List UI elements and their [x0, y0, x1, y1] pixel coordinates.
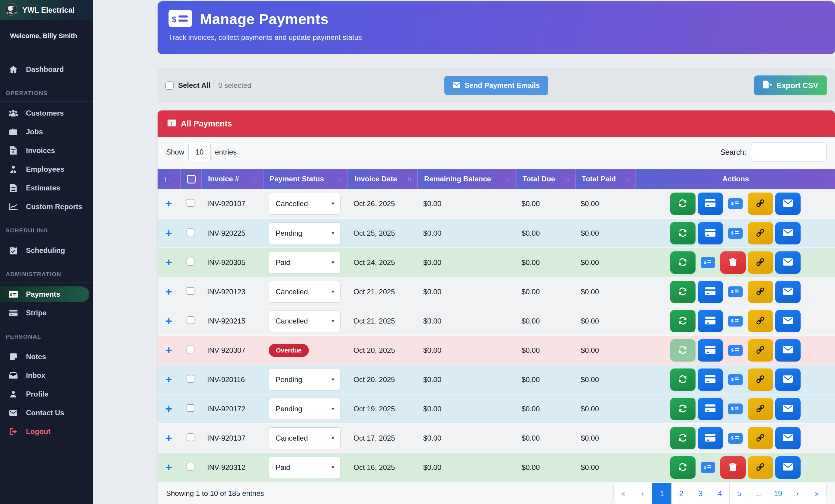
expand-row-button[interactable]: +	[165, 228, 172, 239]
refresh-payment-button[interactable]	[670, 310, 695, 332]
payment-link-button[interactable]	[748, 222, 773, 245]
payment-link-button[interactable]	[748, 251, 773, 274]
refresh-payment-button[interactable]	[670, 281, 695, 303]
expand-row-button[interactable]: +	[165, 433, 172, 444]
charge-card-button[interactable]	[698, 427, 723, 449]
payment-link-button[interactable]	[748, 281, 773, 303]
sort-rows-header[interactable]: ↑↓	[158, 169, 180, 189]
sidebar-item-logout[interactable]: Logout	[0, 424, 93, 439]
sidebar-item-jobs[interactable]: Jobs	[0, 124, 93, 140]
sidebar-item-contact-us[interactable]: Contact Us	[0, 405, 93, 421]
refresh-payment-button[interactable]	[670, 251, 695, 274]
expand-row-button[interactable]: +	[165, 462, 172, 473]
payment-link-button[interactable]	[748, 339, 773, 361]
refresh-payment-button[interactable]	[670, 222, 695, 245]
sidebar-item-customers[interactable]: Customers	[0, 105, 93, 121]
page-button[interactable]: 19	[768, 483, 788, 504]
money-check-mini-button[interactable]: $	[728, 228, 742, 239]
charge-card-button[interactable]	[698, 310, 723, 332]
row-checkbox[interactable]	[187, 316, 195, 324]
last-page-button[interactable]: »	[807, 483, 827, 504]
expand-row-button[interactable]: +	[165, 315, 172, 327]
refresh-payment-button[interactable]	[670, 369, 695, 391]
expand-row-button[interactable]: +	[165, 286, 172, 297]
charge-card-button[interactable]	[698, 192, 723, 215]
select-all-checkbox[interactable]	[165, 82, 174, 90]
sidebar-item-profile[interactable]: Profile	[0, 386, 93, 402]
email-invoice-button[interactable]	[775, 427, 800, 449]
next-page-button[interactable]: ›	[788, 483, 807, 504]
page-button[interactable]: 4	[710, 483, 730, 504]
sidebar-item-stripe[interactable]: Stripe	[0, 305, 93, 321]
sidebar-item-dashboard[interactable]: Dashboard	[0, 62, 93, 77]
refresh-payment-button[interactable]	[670, 427, 695, 449]
search-input[interactable]	[751, 143, 827, 162]
money-check-mini-button[interactable]: $	[728, 403, 742, 414]
row-checkbox[interactable]	[187, 345, 195, 353]
email-invoice-button[interactable]	[775, 456, 800, 479]
money-check-mini-button[interactable]: $	[701, 257, 715, 268]
column-header-remaining-balance[interactable]: Remaining Balance↑↓	[417, 169, 516, 189]
refresh-payment-button[interactable]	[670, 192, 695, 215]
email-invoice-button[interactable]	[775, 310, 800, 332]
email-invoice-button[interactable]	[775, 222, 800, 245]
column-header-invoice[interactable]: Invoice #↑↓	[201, 169, 263, 189]
charge-card-button[interactable]	[698, 222, 723, 245]
row-checkbox[interactable]	[187, 404, 195, 412]
sidebar-item-notes[interactable]: Notes	[0, 349, 93, 364]
sidebar-item-inbox[interactable]: Inbox	[0, 368, 93, 383]
money-check-mini-button[interactable]: $	[728, 433, 742, 444]
email-invoice-button[interactable]	[775, 192, 800, 215]
sidebar-item-scheduling[interactable]: Scheduling	[0, 243, 93, 258]
expand-row-button[interactable]: +	[165, 374, 172, 385]
row-checkbox[interactable]	[187, 375, 195, 383]
money-check-mini-button[interactable]: $	[728, 287, 742, 297]
row-checkbox[interactable]	[187, 463, 195, 470]
header-select-all-checkbox[interactable]	[187, 175, 196, 184]
payment-link-button[interactable]	[748, 398, 773, 420]
export-csv-button[interactable]: Export CSV	[754, 76, 827, 96]
page-button[interactable]: 5	[729, 483, 749, 504]
money-check-mini-button[interactable]: $	[728, 374, 742, 385]
money-check-mini-button[interactable]: $	[728, 345, 742, 356]
column-header-invoice-date[interactable]: Invoice Date↑↓	[347, 169, 417, 189]
payment-link-button[interactable]	[748, 456, 773, 479]
money-check-mini-button[interactable]: $	[728, 316, 742, 327]
refresh-payment-button[interactable]	[670, 456, 695, 479]
charge-card-button[interactable]	[698, 281, 723, 303]
payment-status-select[interactable]: Paid▾	[269, 457, 341, 478]
send-payment-emails-button[interactable]: Send Payment Emails	[444, 76, 548, 95]
sidebar-item-employees[interactable]: Employees	[0, 162, 93, 177]
entries-per-page-select[interactable]: 10	[188, 142, 211, 162]
payment-status-select[interactable]: Pending▾	[269, 398, 341, 420]
payment-status-select[interactable]: Pending▾	[269, 223, 341, 244]
page-button[interactable]: 2	[671, 483, 691, 504]
money-check-mini-button[interactable]: $	[728, 198, 742, 209]
row-checkbox[interactable]	[187, 199, 195, 207]
delete-payment-button[interactable]	[720, 456, 746, 479]
payment-status-select[interactable]: Cancelled▾	[269, 427, 341, 449]
payment-link-button[interactable]	[748, 192, 773, 215]
sidebar-item-custom-reports[interactable]: Custom Reports	[0, 199, 93, 215]
expand-row-button[interactable]: +	[165, 257, 172, 268]
payment-link-button[interactable]	[748, 369, 773, 391]
email-invoice-button[interactable]	[775, 398, 800, 420]
row-checkbox[interactable]	[187, 229, 195, 236]
expand-row-button[interactable]: +	[165, 345, 172, 356]
delete-payment-button[interactable]	[720, 251, 746, 274]
expand-row-button[interactable]: +	[165, 198, 172, 209]
refresh-payment-button[interactable]	[670, 339, 695, 361]
refresh-payment-button[interactable]	[670, 398, 695, 420]
email-invoice-button[interactable]	[775, 251, 800, 274]
payment-status-select[interactable]: Cancelled▾	[269, 193, 341, 215]
payment-status-select[interactable]: Cancelled▾	[269, 310, 341, 332]
page-button[interactable]: 1	[652, 483, 672, 504]
column-header-total-due[interactable]: Total Due↑↓	[516, 169, 575, 189]
row-checkbox[interactable]	[187, 287, 195, 295]
column-header-payment-status[interactable]: Payment Status↑↓	[263, 169, 347, 189]
payment-link-button[interactable]	[748, 310, 773, 332]
email-invoice-button[interactable]	[775, 369, 800, 391]
charge-card-button[interactable]	[698, 339, 723, 361]
money-check-mini-button[interactable]: $	[701, 462, 715, 473]
sidebar-item-estimates[interactable]: Estimates	[0, 180, 93, 196]
